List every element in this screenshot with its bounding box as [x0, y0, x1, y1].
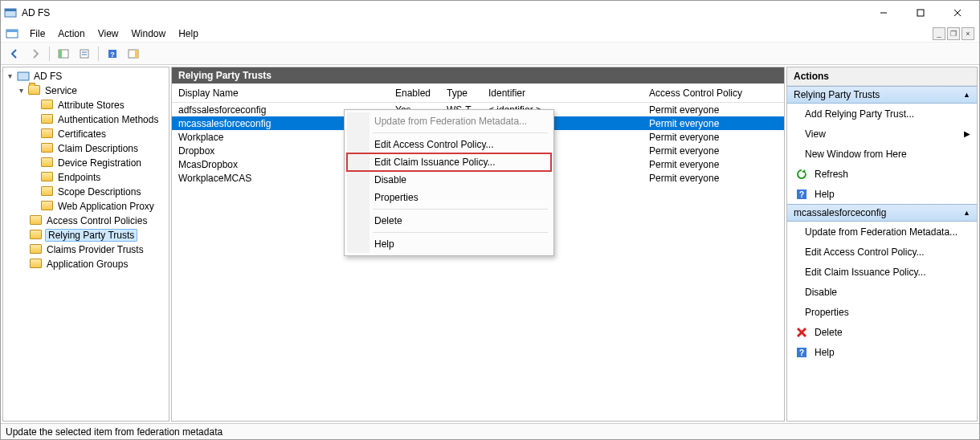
folder-icon	[30, 244, 43, 255]
tree-label: Certificates	[56, 128, 108, 140]
cell: Permit everyone	[643, 132, 784, 143]
menu-action[interactable]: Action	[51, 26, 91, 41]
menu-help[interactable]: Help	[172, 26, 205, 41]
svg-rect-1	[5, 9, 16, 11]
title-bar: AD FS	[1, 1, 979, 25]
expand-toggle-icon[interactable]: ▾	[16, 86, 26, 96]
tree-pane[interactable]: ▾ AD FS ▾ Service Attribute Stores Authe…	[2, 67, 169, 422]
action-new-window[interactable]: New Window from Here	[787, 144, 977, 164]
menu-file[interactable]: File	[23, 26, 51, 41]
action-properties[interactable]: Properties	[787, 302, 977, 322]
column-headers[interactable]: Display Name Enabled Type Identifier Acc…	[172, 84, 784, 103]
collapse-icon[interactable]: ▲	[963, 91, 970, 99]
tree-root[interactable]: ▾ AD FS	[3, 69, 169, 84]
tree-item[interactable]: Endpoints	[3, 170, 169, 185]
window-title: AD FS	[22, 7, 50, 18]
action-edit-cip[interactable]: Edit Claim Issuance Policy...	[787, 262, 977, 282]
mdi-close-icon[interactable]: ×	[962, 27, 974, 40]
col-type[interactable]: Type	[440, 88, 482, 99]
mdi-minimize-icon[interactable]: _	[933, 27, 945, 40]
folder-icon	[41, 186, 54, 198]
tree-item[interactable]: Claims Provider Trusts	[3, 242, 169, 257]
action-add-rpt[interactable]: Add Relying Party Trust...	[787, 104, 977, 124]
tree-item[interactable]: Access Control Policies	[3, 214, 169, 228]
action-edit-acp[interactable]: Edit Access Control Policy...	[787, 242, 977, 262]
menu-view[interactable]: View	[92, 26, 125, 41]
action-delete[interactable]: Delete	[787, 322, 977, 342]
folder-icon	[30, 215, 43, 226]
col-acp[interactable]: Access Control Policy	[643, 88, 784, 99]
ctx-delete[interactable]: Delete	[347, 212, 551, 230]
help-button[interactable]: ?	[104, 45, 121, 63]
tree-label: Authentication Methods	[56, 114, 160, 125]
properties-button[interactable]	[76, 45, 93, 63]
collapse-icon[interactable]: ▲	[963, 209, 970, 217]
svg-rect-7	[6, 30, 18, 32]
col-identifier[interactable]: Identifier	[482, 88, 643, 99]
cell: Permit everyone	[643, 159, 784, 170]
tree-label: Claims Provider Trusts	[45, 244, 145, 255]
tree-label: Service	[43, 85, 79, 96]
tree-item[interactable]: Attribute Stores	[3, 98, 169, 112]
expand-toggle-icon[interactable]: ▾	[5, 71, 14, 81]
action-help[interactable]: ? Help	[787, 184, 977, 204]
action-help2[interactable]: ? Help	[787, 342, 977, 362]
tree-label: Access Control Policies	[45, 215, 149, 226]
actions-group-selected[interactable]: mcassalesforceconfig ▲	[787, 204, 977, 222]
folder-icon	[41, 100, 54, 111]
action-view[interactable]: View▶	[787, 124, 977, 144]
help-icon: ?	[795, 188, 808, 201]
tree-label: Endpoints	[56, 172, 102, 183]
ctx-properties[interactable]: Properties	[347, 189, 551, 206]
ctx-update-federation[interactable]: Update from Federation Metadata...	[347, 112, 551, 130]
tree-label: Attribute Stores	[56, 100, 126, 111]
ctx-disable[interactable]: Disable	[347, 171, 551, 189]
show-hide-tree-button[interactable]	[55, 45, 72, 63]
folder-icon	[41, 157, 54, 169]
close-button[interactable]	[939, 1, 976, 25]
tree-item[interactable]: Web Application Proxy	[3, 199, 169, 214]
tree-item[interactable]: Authentication Methods	[3, 112, 169, 127]
col-enabled[interactable]: Enabled	[389, 88, 440, 99]
context-menu: Update from Federation Metadata... Edit …	[344, 109, 554, 256]
actions-pane: Actions Relying Party Trusts ▲ Add Relyi…	[786, 67, 978, 422]
status-text: Update the selected item from federation…	[6, 426, 223, 438]
svg-rect-10	[80, 50, 88, 58]
folder-icon	[41, 172, 54, 183]
tree-item[interactable]: Scope Descriptions	[3, 185, 169, 199]
tree-item[interactable]: Application Groups	[3, 257, 169, 271]
folder-icon	[30, 259, 43, 270]
minimize-button[interactable]	[865, 1, 902, 25]
adfs-icon	[17, 71, 30, 82]
tree-item[interactable]: Claim Descriptions	[3, 141, 169, 156]
tree-service[interactable]: ▾ Service	[3, 84, 169, 98]
ctx-edit-claim-issuance[interactable]: Edit Claim Issuance Policy...	[347, 153, 551, 171]
delete-icon	[795, 326, 808, 339]
cell: Permit everyone	[643, 145, 784, 157]
menu-window[interactable]: Window	[125, 26, 173, 41]
actions-group-rpt[interactable]: Relying Party Trusts ▲	[787, 86, 977, 104]
ctx-edit-acp[interactable]: Edit Access Control Policy...	[347, 136, 551, 153]
forward-button[interactable]	[27, 45, 44, 63]
content-pane: Relying Party Trusts Display Name Enable…	[171, 67, 785, 422]
help-icon: ?	[795, 346, 808, 359]
action-update-federation[interactable]: Update from Federation Metadata...	[787, 222, 977, 242]
tree-item-relying-party-trusts[interactable]: Relying Party Trusts	[3, 228, 169, 242]
actions-group-label: mcassalesforceconfig	[794, 207, 886, 218]
tree-item[interactable]: Certificates	[3, 127, 169, 141]
back-button[interactable]	[6, 45, 23, 63]
tree-item[interactable]: Device Registration	[3, 156, 169, 170]
folder-icon	[41, 114, 54, 125]
tree-label: Application Groups	[45, 259, 129, 270]
show-hide-action-button[interactable]	[125, 45, 142, 63]
table[interactable]: Display Name Enabled Type Identifier Acc…	[172, 84, 784, 421]
svg-rect-3	[917, 10, 924, 16]
col-display-name[interactable]: Display Name	[172, 88, 389, 99]
ctx-help[interactable]: Help	[347, 235, 551, 253]
maximize-button[interactable]	[902, 1, 939, 25]
tree-label: Claim Descriptions	[56, 143, 140, 154]
mdi-restore-icon[interactable]: ❐	[947, 27, 960, 40]
action-disable[interactable]: Disable	[787, 282, 977, 302]
action-refresh[interactable]: Refresh	[787, 164, 977, 184]
submenu-arrow-icon: ▶	[964, 129, 970, 138]
